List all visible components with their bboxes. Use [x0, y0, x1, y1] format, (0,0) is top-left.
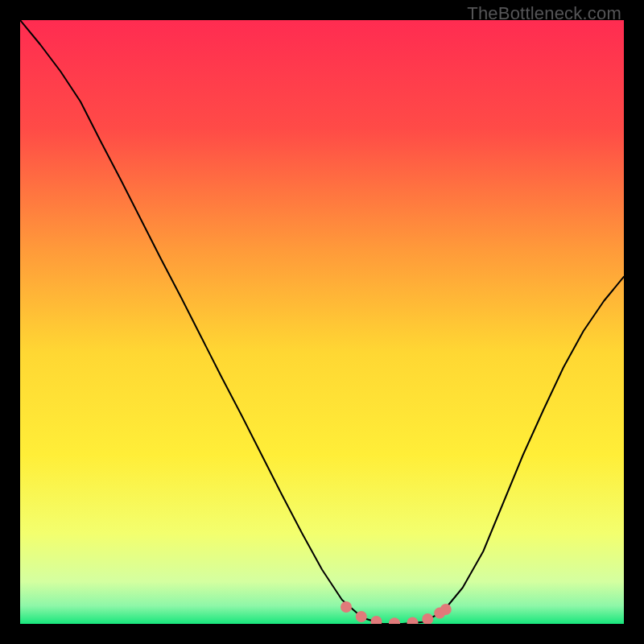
gradient-background — [20, 20, 624, 624]
plot-area — [20, 20, 624, 624]
marker-dot — [341, 601, 352, 613]
bottleneck-chart — [20, 20, 624, 624]
chart-container: TheBottleneck.com — [0, 0, 644, 644]
marker-dot — [440, 604, 452, 615]
marker-dot — [356, 611, 367, 622]
